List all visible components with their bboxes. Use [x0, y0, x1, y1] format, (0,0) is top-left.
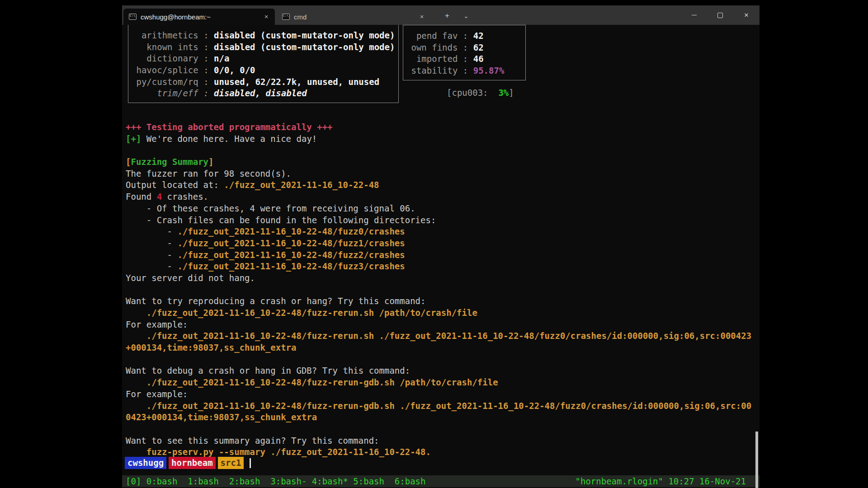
- terminal-line: - Of these crashes, 4 were from receivin…: [126, 203, 751, 215]
- terminal-text-segment: 4: [157, 192, 162, 202]
- panel-row-text: unused, 62/22.7k, unused, unused: [214, 77, 379, 87]
- tab-title: cmd: [294, 13, 414, 21]
- panel-row-text: 0/0, 0/0: [214, 65, 255, 75]
- titlebar-drag-region[interactable]: C:\ cwshugg@hornbeam:~ ✕ C:\ cmd ✕ + ⌄: [122, 5, 760, 25]
- terminal-text-segment: -: [126, 250, 177, 260]
- close-icon: ✕: [420, 14, 424, 20]
- panel-row: py/custom/rq : unused, 62/22.7k, unused,…: [131, 76, 398, 88]
- terminal-text-segment: Want to try reproducing a crash or hang?…: [126, 296, 425, 306]
- afl-geometry-panel: pend fav : 42 own finds : 62 imported : …: [403, 25, 526, 80]
- panel-row-text: 95.87%: [473, 66, 505, 75]
- terminal-tab-icon: C:\: [129, 14, 137, 20]
- terminal-text-segment: ./fuzz_out_2021-11-16_10-22-48/fuzz2/cra…: [177, 250, 405, 260]
- close-icon: ✕: [264, 14, 268, 20]
- terminal-line: [126, 354, 751, 366]
- terminal-text-segment: +++ Testing aborted programmatically +++: [126, 122, 333, 132]
- close-button[interactable]: ✕: [733, 5, 760, 25]
- terminal-line: 0423+000134,time:98037,ss_chunk_extra: [126, 412, 751, 423]
- panel-row-text: trim/eff: [131, 88, 198, 98]
- terminal-text-segment: - Crash files can be found in the follow…: [126, 215, 436, 225]
- terminal-text-segment: ]: [208, 157, 213, 167]
- panel-row-text: disabled (custom-mutator-only mode): [214, 30, 395, 40]
- terminal-text-segment: ./fuzz_out_2021-11-16_10-22-48/fuzz-reru…: [146, 331, 751, 341]
- panel-row: stability : 95.87%: [406, 65, 525, 77]
- terminal-line: [+] We're done here. Have a nice day!: [126, 133, 751, 145]
- panel-row-text: :: [458, 54, 473, 64]
- terminal-text-segment: ./fuzz_out_2021-11-16_10-22-48/fuzz0/cra…: [177, 226, 405, 236]
- terminal-text-segment: ./fuzz_out_2021-11-16_10-22-48: [224, 180, 379, 190]
- terminal-text-segment: Output located at:: [126, 180, 224, 190]
- terminal-line: +000134,time:98037,ss_chunk_extra: [126, 342, 751, 354]
- terminal-text-segment: fuzz-pserv.py --summary ./fuzz_out_2021-…: [146, 447, 431, 457]
- terminal-line: [126, 423, 751, 435]
- terminal-line: - ./fuzz_out_2021-11-16_10-22-48/fuzz0/c…: [126, 226, 751, 238]
- tab-close-button[interactable]: ✕: [262, 13, 270, 21]
- cpu-label: [cpu003:: [447, 88, 493, 98]
- terminal-line: Output located at: ./fuzz_out_2021-11-16…: [126, 179, 751, 191]
- terminal-text-segment: ./fuzz_out_2021-11-16_10-22-48/fuzz1/cra…: [177, 238, 405, 248]
- panel-row-text: 62: [473, 42, 484, 52]
- terminal-text-segment: ./fuzz_out_2021-11-16_10-22-48/fuzz-reru…: [146, 377, 498, 387]
- terminal-text-segment: Fuzzing Summary: [131, 157, 208, 167]
- scrollbar[interactable]: [753, 25, 760, 488]
- panel-row-text: stability: [406, 66, 458, 75]
- panel-row: havoc/splice : 0/0, 0/0: [131, 65, 398, 76]
- maximize-button[interactable]: [707, 5, 733, 25]
- terminal-line: ./fuzz_out_2021-11-16_10-22-48/fuzz-reru…: [126, 377, 751, 389]
- terminal-line: Found 4 crashes.: [126, 191, 751, 203]
- terminal-line: - ./fuzz_out_2021-11-16_10-22-48/fuzz2/c…: [126, 249, 751, 261]
- terminal-line: For example:: [126, 389, 751, 400]
- terminal-text-segment: We're done here. Have a nice day!: [141, 134, 317, 144]
- panel-row-text: :: [198, 30, 214, 40]
- terminal-text-segment: 0423+000134,time:98037,ss_chunk_extra: [126, 412, 317, 422]
- terminal-text-segment: For example:: [126, 389, 188, 399]
- terminal-text-segment: [126, 447, 146, 457]
- terminal-text-segment: -: [126, 238, 177, 248]
- tab-dropdown-button[interactable]: ⌄: [460, 9, 472, 23]
- cpu-usage: [cpu003: 3%]: [447, 88, 514, 98]
- terminal-line: [126, 284, 751, 296]
- panel-row-text: own finds: [406, 42, 458, 52]
- chevron-down-icon: ⌄: [464, 13, 469, 19]
- panel-row: trim/eff : disabled, disabled: [131, 88, 398, 99]
- terminal-text-segment: The fuzzer ran for 98 second(s).: [126, 169, 291, 178]
- terminal-text-segment: [126, 377, 146, 387]
- terminal-text-segment: crashes.: [162, 192, 208, 202]
- maximize-icon: [717, 13, 723, 18]
- cpu-value: 3%: [493, 88, 509, 98]
- panel-row-text: :: [198, 42, 214, 52]
- tmux-status-bar: [0] 0:bash 1:bash 2:bash 3:bash- 4:bash*…: [122, 475, 760, 487]
- panel-row-text: dictionary: [131, 53, 198, 63]
- terminal-output: +++ Testing aborted programmatically +++…: [126, 122, 751, 458]
- tmux-windows-list: [0] 0:bash 1:bash 2:bash 3:bash- 4:bash*…: [126, 476, 425, 486]
- tab-title: cwshugg@hornbeam:~: [141, 13, 258, 21]
- panel-row-text: havoc/splice: [131, 65, 198, 75]
- tab-cmd[interactable]: C:\ cmd ✕: [277, 9, 430, 25]
- terminal-line: ./fuzz_out_2021-11-16_10-22-48/fuzz-reru…: [126, 400, 751, 412]
- screen: C:\ cwshugg@hornbeam:~ ✕ C:\ cmd ✕ + ⌄: [0, 0, 868, 488]
- terminal-line: Your server did not hang.: [126, 272, 751, 284]
- terminal-text-segment: [126, 331, 146, 341]
- panel-row-text: :: [458, 66, 473, 75]
- terminal-tab-icon: C:\: [282, 14, 290, 20]
- panel-row-text: 42: [473, 31, 484, 41]
- panel-row-text: :: [458, 31, 473, 41]
- terminal-line: Want to try reproducing a crash or hang?…: [126, 296, 751, 307]
- panel-row: imported : 46: [406, 53, 525, 65]
- text-cursor: [250, 458, 251, 468]
- scrollbar-thumb[interactable]: [755, 432, 758, 488]
- tab-close-button[interactable]: ✕: [418, 13, 426, 21]
- terminal-line: For example:: [126, 319, 751, 331]
- terminal-text-segment: ./fuzz_out_2021-11-16_10-22-48/fuzz-reru…: [146, 308, 477, 318]
- minimize-button[interactable]: [681, 5, 707, 25]
- terminal-text-segment: [+]: [126, 134, 141, 144]
- new-tab-button[interactable]: +: [441, 9, 453, 23]
- prompt-badges: cwshugghornbeamsrc1: [125, 457, 251, 469]
- terminal-text-segment: -: [126, 261, 177, 271]
- panel-row-text: disabled, disabled: [214, 88, 307, 98]
- terminal-window: C:\ cwshugg@hornbeam:~ ✕ C:\ cmd ✕ + ⌄: [122, 5, 760, 488]
- tab-terminal[interactable]: C:\ cwshugg@hornbeam:~ ✕: [123, 9, 275, 25]
- terminal-line: [Fuzzing Summary]: [126, 156, 751, 168]
- terminal-text-segment: For example:: [126, 319, 188, 329]
- terminal-line: Want to debug a crash or hang in GDB? Tr…: [126, 365, 751, 377]
